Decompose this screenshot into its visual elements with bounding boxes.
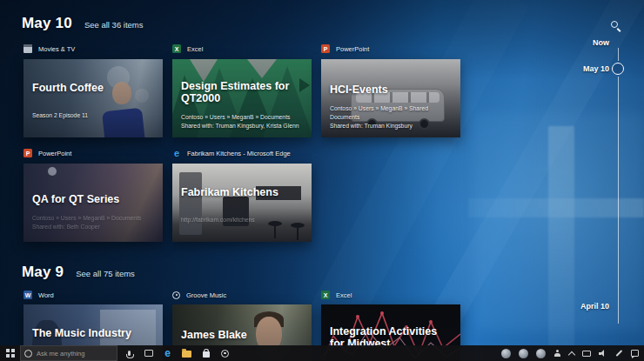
people-contact-avatar[interactable] [501, 349, 511, 358]
card-title: The Music Industry [32, 327, 156, 339]
store-icon[interactable] [201, 349, 211, 358]
card-meta-line1: Contoso » Users » MeganB » Documents [32, 214, 158, 223]
card-shade [23, 59, 163, 137]
card-app-header: X Excel [172, 43, 203, 54]
card-title: Fabrikam Kitchens [181, 186, 305, 198]
card-app-header: Movies & TV [23, 43, 75, 54]
card-title: James Blake [181, 329, 305, 341]
cortana-icon [24, 350, 32, 358]
card-shade [172, 164, 312, 242]
taskbar: Ask me anything e [0, 345, 644, 361]
card-app-header: P PowerPoint [321, 43, 369, 54]
start-button[interactable] [6, 349, 15, 358]
timeline-search-icon[interactable] [611, 21, 618, 28]
section-date: May 10 [22, 15, 72, 32]
app-label: Fabrikam Kitchens - Microsoft Edge [187, 150, 291, 157]
edge-icon: e [172, 149, 181, 157]
word-icon: W [23, 291, 32, 299]
card-title: Design Estimates for QT2000 [181, 80, 305, 105]
card-meta-line1: Contoso » Users » MeganB » Shared Docume… [330, 104, 455, 122]
card-meta-line2: Shared with: Truman Kingsbury [330, 122, 455, 130]
card-meta-line2: Shared with: Truman Kingsbury, Krista Gl… [181, 122, 306, 130]
cortana-search-box[interactable]: Ask me anything [20, 345, 117, 361]
card-meta-line1: Contoso » Users » MeganB » Documents [181, 113, 306, 122]
scrubber-current-label: May 10 [555, 64, 609, 73]
card-title: HCI-Events [330, 84, 453, 96]
movies-tv-icon [23, 44, 32, 53]
hidden-icons-chevron[interactable] [568, 351, 575, 358]
see-all-link[interactable]: See all 75 items [76, 269, 135, 278]
card-title: QA for QT Series [32, 193, 156, 205]
activity-card-fourth-coffee[interactable]: Fourth Coffee Season 2 Episode 11 [23, 59, 163, 137]
see-all-link[interactable]: See all 36 items [84, 20, 144, 30]
activity-card-hci-events[interactable]: HCI-Events Contoso » Users » MeganB » Sh… [321, 59, 460, 137]
people-contact-avatar[interactable] [519, 349, 528, 358]
card-app-header: W Word [23, 290, 54, 300]
card-url: http://fabrikam.com/kitchens [181, 216, 306, 224]
card-app-header: e Fabrikam Kitchens - Microsoft Edge [172, 148, 291, 158]
card-app-header: Groove Music [172, 290, 226, 300]
task-view-button[interactable] [144, 349, 153, 358]
people-contact-avatar[interactable] [536, 349, 546, 358]
app-label: Excel [336, 291, 352, 299]
microphone-icon[interactable] [124, 349, 134, 358]
app-label: Groove Music [186, 291, 226, 299]
card-app-header: X Excel [321, 290, 352, 300]
windows-ink-pen-icon[interactable] [616, 350, 623, 357]
file-explorer-icon[interactable] [182, 349, 191, 358]
people-button-icon[interactable] [553, 350, 561, 358]
edge-taskbar-icon[interactable]: e [163, 349, 172, 358]
windows-timeline-screen: May 10 See all 36 items Movies & TV X Ex… [0, 0, 644, 361]
volume-icon[interactable] [599, 350, 607, 358]
groove-music-taskbar-icon[interactable] [220, 349, 230, 358]
activity-card-fabrikam-kitchens[interactable]: Fabrikam Kitchens http://fabrikam.com/ki… [172, 164, 312, 242]
powerpoint-icon: P [321, 44, 330, 53]
activity-card-design-estimates[interactable]: Design Estimates for QT2000 Contoso » Us… [172, 59, 312, 137]
app-label: Excel [187, 45, 203, 53]
scrubber-older-label: April 10 [555, 302, 609, 311]
touch-keyboard-icon[interactable] [582, 351, 591, 357]
timeline-scrubber-handle[interactable] [612, 63, 624, 75]
activity-card-qa-qt-series[interactable]: QA for QT Series Contoso » Users » Megan… [23, 164, 163, 242]
excel-icon: X [321, 291, 330, 299]
powerpoint-icon: P [23, 149, 32, 157]
timeline-scrubber-track[interactable] [618, 77, 619, 324]
section-header-may10: May 10 See all 36 items [22, 15, 144, 32]
app-label: Movies & TV [38, 45, 75, 53]
card-title: Fourth Coffee [32, 82, 156, 94]
excel-icon: X [172, 44, 181, 53]
search-placeholder: Ask me anything [37, 350, 84, 358]
card-meta: Season 2 Episode 11 [32, 111, 158, 120]
card-meta-line2: Shared with: Beth Cooper [32, 223, 158, 231]
section-header-may9: May 9 See all 75 items [22, 264, 135, 281]
card-meta: Contoso » Users » MeganB » Documents Sha… [181, 113, 306, 130]
card-app-header: P PowerPoint [23, 148, 71, 158]
timeline-scrubber-track[interactable] [618, 48, 619, 61]
groove-music-icon [172, 291, 180, 299]
action-center-icon[interactable] [631, 350, 639, 357]
card-meta: Contoso » Users » MeganB » Documents Sha… [32, 214, 158, 231]
app-label: PowerPoint [38, 150, 71, 157]
scrubber-now-label: Now [555, 38, 609, 47]
app-label: PowerPoint [336, 45, 369, 53]
card-meta: Contoso » Users » MeganB » Shared Docume… [330, 104, 455, 130]
section-date: May 9 [22, 264, 64, 281]
app-label: Word [38, 291, 54, 299]
